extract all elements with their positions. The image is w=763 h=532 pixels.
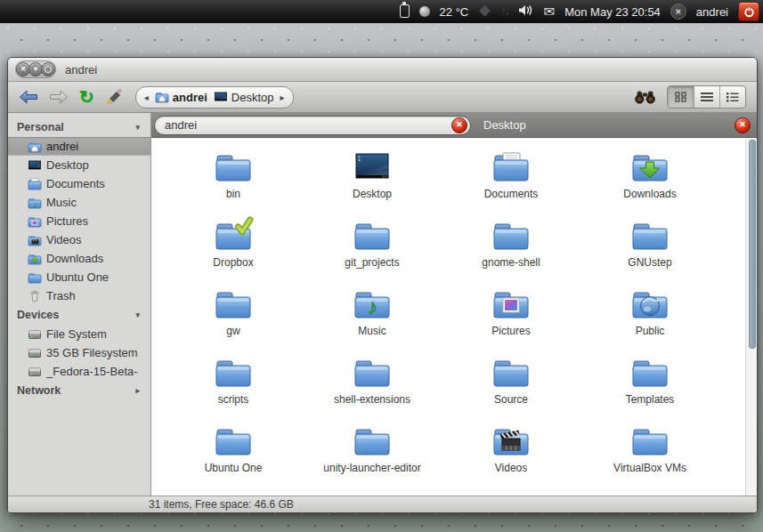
search-button[interactable] [634,90,656,104]
drive-icon [28,346,42,360]
drive-icon [28,365,42,379]
clock[interactable]: Mon May 23 20:54 [564,5,661,19]
user-status-icon[interactable]: ✕ [670,4,686,20]
file-label: Source [494,393,528,406]
pencil-icon [105,88,123,106]
grid-item-downloads[interactable]: ♪ [580,143,719,212]
videos-icon: ♪ [490,422,532,461]
forward-arrow-icon [49,90,69,104]
grid-item-virtualbox-vms[interactable]: ♪ [580,417,719,486]
titlebar[interactable]: ✕ ▾ andrei [8,58,757,82]
grid-item-scripts[interactable]: ♪ [164,349,303,417]
file-label: scripts [218,393,249,406]
grid-item-bin[interactable]: ♪ [164,143,303,212]
sidebar-section-personal[interactable]: Personal ▾ [8,117,150,137]
dropbox-icon: ♪ [212,216,255,255]
grid-view-icon [675,92,686,102]
file-label: GNUstep [628,256,671,269]
folder-icon: ♪ [212,148,255,187]
sidebar-item-trash[interactable]: Trash [8,286,150,305]
back-arrow-icon [19,90,38,104]
icon-view-button[interactable] [668,86,694,108]
weather-icon[interactable] [419,6,430,17]
tab-andrei[interactable]: andrei ✕ [154,116,471,135]
window-buttons: ✕ ▾ [15,60,56,78]
sidebar-item-pictures[interactable]: Pictures [8,212,150,230]
list-view-button[interactable] [694,86,719,108]
grid-item-videos[interactable]: ♪ [442,417,580,486]
sidebar-section-devices[interactable]: Devices ▾ [8,305,150,325]
sidebar-section-network[interactable]: Network ▸ [8,381,150,400]
folder-icon: ♪ [212,422,255,461]
dropbox-icon[interactable]: ❖ [478,4,491,19]
sidebar-item-desktop[interactable]: Desktop [8,156,150,174]
battery-icon[interactable] [400,3,410,20]
mail-icon[interactable]: ✉ [544,4,556,20]
documents-icon: ♪ [490,148,532,187]
network-traffic-icon[interactable]: ↑↓ [501,5,508,18]
grid-item-git-projects[interactable]: ♪ [303,212,442,280]
downloads-icon [28,252,42,266]
grid-item-music[interactable]: ♪ [303,280,442,349]
breadcrumb-desktop[interactable]: Desktop [214,90,274,104]
sidebar-item-file-system[interactable]: File System [8,325,150,343]
home-folder-icon [155,90,169,104]
grid-item-shell-extensions[interactable]: ♪ [303,349,442,417]
section-chevron-icon: ▾ [135,310,140,319]
compact-view-button[interactable] [719,86,745,108]
file-label: Videos [495,462,527,474]
scrollbar-thumb[interactable] [749,140,756,349]
temperature-indicator[interactable]: 22 °C [440,5,469,19]
breadcrumb-back-arrow[interactable]: ◂ [144,93,149,102]
sidebar-item-fedora-15-beta[interactable]: _Fedora-15-Beta- [8,362,150,381]
right-pane: andrei ✕ Desktop ✕ [151,113,757,496]
pictures-icon: ♪ [490,285,532,324]
screen: 22 °C ❖ ↑↓ ✉ Mon May 23 20:54 ✕ andrei ✕… [0,0,763,532]
view-toggle-group [667,85,746,109]
grid-item-ubuntu-one[interactable]: ♪ [164,417,303,486]
sidebar-item-ubuntu-one[interactable]: Ubuntu One [8,268,150,286]
grid-item-unity-launcher-editor[interactable]: ♪ [303,417,442,486]
refresh-button[interactable]: ↻ [79,88,94,106]
file-label: Ubuntu One [205,462,263,474]
grid-item-source[interactable]: ♪ [442,349,580,417]
grid-item-gnustep[interactable]: ♪ [580,212,719,280]
grid-item-public[interactable]: ♪ [580,280,719,349]
grid-item-documents[interactable]: ♪ [442,143,580,212]
grid-item-pictures[interactable]: ♪ [442,280,580,349]
volume-icon[interactable] [518,4,534,19]
file-view: ♪ [151,138,757,496]
sidebar-item-documents[interactable]: Documents [8,174,150,193]
power-button[interactable] [738,2,759,21]
sidebar-item-andrei[interactable]: andrei [8,137,150,156]
sidebar-item-videos[interactable]: Videos [8,230,150,249]
home-icon [28,140,42,154]
edit-location-button[interactable] [105,88,123,106]
folder-icon: ♪ [629,422,671,461]
grid-item-desktop[interactable]: ♪ [303,143,442,212]
username[interactable]: andrei [696,5,728,19]
grid-item-gnome-shell[interactable]: ♪ [442,212,580,280]
grid-item-gw[interactable]: ♪ [164,280,303,349]
breadcrumb-home[interactable]: andrei [155,90,207,104]
folder-icon [28,270,42,285]
back-button[interactable] [19,90,38,104]
grid-item-dropbox[interactable]: ♪ [164,212,303,280]
scrollbar[interactable] [745,138,757,496]
folder-icon: ♪ [212,353,255,392]
sidebar-item-music[interactable]: Music [8,193,150,212]
sidebar-item-35-gb-filesystem[interactable]: 35 GB Filesystem [8,343,150,362]
sidebar-item-downloads[interactable]: Downloads [8,249,150,268]
breadcrumb-forward-arrow[interactable]: ▸ [280,93,285,102]
grid-item-templates[interactable]: ♪ [580,349,719,417]
close-tab-icon[interactable]: ✕ [451,117,467,133]
window-title: andrei [65,63,97,77]
status-text: 31 items, Free space: 46.6 GB [149,498,294,511]
maximize-window-button[interactable] [41,62,55,77]
forward-button[interactable] [49,90,69,104]
tab-desktop[interactable]: Desktop ✕ [471,113,757,137]
folder-icon: ♪ [490,216,532,255]
svg-text:♪: ♪ [367,294,377,318]
close-tab-icon[interactable]: ✕ [735,117,751,133]
file-label: Downloads [623,188,676,200]
